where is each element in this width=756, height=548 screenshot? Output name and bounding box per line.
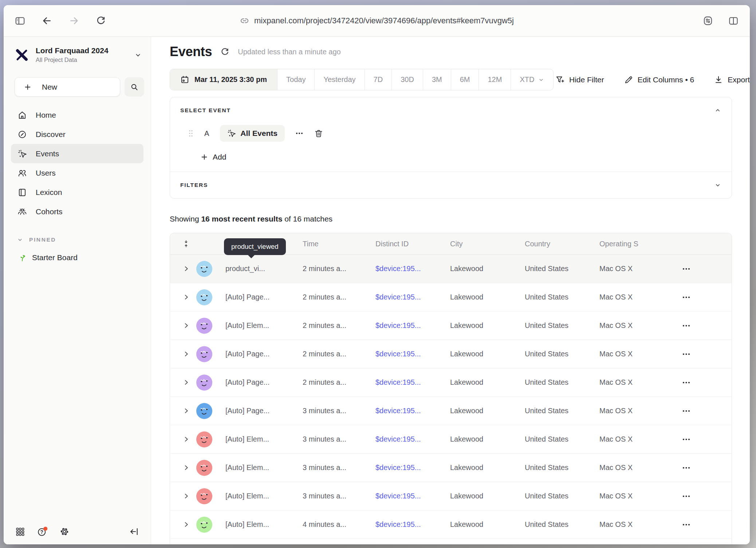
search-button[interactable] <box>125 77 144 97</box>
row-menu-button[interactable] <box>672 524 732 526</box>
apps-grid-button[interactable] <box>15 527 25 537</box>
distinct-id-link[interactable]: $device:195... <box>375 378 450 387</box>
sidebar-item-lexicon[interactable]: Lexicon <box>11 183 143 202</box>
range-30d[interactable]: 30D <box>391 69 423 90</box>
distinct-id-link[interactable]: $device:195... <box>375 350 450 358</box>
date-picker-button[interactable]: Mar 11, 2025 3:30 pm <box>170 69 277 90</box>
row-menu-button[interactable] <box>672 495 732 497</box>
event-more-button[interactable] <box>296 132 303 134</box>
event-selector-chip[interactable]: All Events <box>220 125 285 142</box>
help-button[interactable]: ? <box>37 526 48 537</box>
distinct-id-link[interactable]: $device:195... <box>375 321 450 330</box>
row-menu-button[interactable] <box>672 353 732 355</box>
distinct-id-link[interactable]: $device:195... <box>375 293 450 301</box>
page-header: Events Updated less than a minute ago <box>170 44 750 59</box>
row-menu-button[interactable] <box>672 410 732 412</box>
row-expander[interactable] <box>176 465 196 471</box>
table-row[interactable]: [Auto] Elem... 4 minutes a... $device:19… <box>170 539 732 544</box>
table-row[interactable]: product_vi... 2 minutes a... $device:195… <box>170 255 732 283</box>
row-expander[interactable] <box>176 351 196 357</box>
browser-sidebar-toggle-button[interactable] <box>15 15 25 26</box>
column-header-time[interactable]: Time <box>303 240 375 248</box>
distinct-id-link[interactable]: $device:195... <box>375 435 450 443</box>
browser-forward-button[interactable] <box>68 15 79 26</box>
column-header-distinct-id[interactable]: Distinct ID <box>375 240 450 248</box>
browser-toolbar: mixpanel.com/project/3472420/view/397469… <box>4 5 750 37</box>
range-today[interactable]: Today <box>277 69 314 90</box>
pinned-section-header[interactable]: PINNED <box>4 236 151 243</box>
browser-reload-button[interactable] <box>95 15 106 26</box>
column-header-city[interactable]: City <box>450 240 525 248</box>
row-menu-button[interactable] <box>672 296 732 298</box>
address-bar[interactable]: mixpanel.com/project/3472420/view/397469… <box>240 16 514 26</box>
column-header-country[interactable]: Country <box>525 240 599 248</box>
hide-filter-button[interactable]: Hide Filter <box>555 75 604 85</box>
drag-handle-icon[interactable] <box>188 129 193 137</box>
distinct-id-link[interactable]: $device:195... <box>375 407 450 415</box>
table-row[interactable]: [Auto] Page... 2 minutes a... $device:19… <box>170 283 732 312</box>
collapse-sidebar-button[interactable] <box>129 527 139 537</box>
table-row[interactable]: [Auto] Elem... 3 minutes a... $device:19… <box>170 482 732 510</box>
more-dots-icon <box>682 524 690 526</box>
table-row[interactable]: [Auto] Elem... 3 minutes a... $device:19… <box>170 454 732 482</box>
filters-section: FILTERS <box>170 172 732 198</box>
add-event-button[interactable]: Add <box>200 153 226 161</box>
row-expander[interactable] <box>176 521 196 528</box>
table-row[interactable]: [Auto] Elem... 3 minutes a... $device:19… <box>170 425 732 454</box>
help-icon: ? <box>37 526 48 537</box>
event-avatar <box>196 375 225 391</box>
export-button[interactable]: Export <box>714 75 750 85</box>
sidebar-item-events[interactable]: Events <box>11 144 143 163</box>
row-expander[interactable] <box>176 379 196 385</box>
browser-page-settings-button[interactable] <box>702 15 713 26</box>
row-expander[interactable] <box>176 436 196 442</box>
more-dots-icon <box>682 467 690 469</box>
row-expander[interactable] <box>176 408 196 414</box>
range-7d[interactable]: 7D <box>365 69 392 90</box>
sidebar-item-label: Discover <box>36 130 66 139</box>
sidebar-item-users[interactable]: Users <box>11 163 143 183</box>
table-row[interactable]: [Auto] Page... 2 minutes a... $device:19… <box>170 340 732 368</box>
new-button[interactable]: New <box>15 77 120 97</box>
range-6m[interactable]: 6M <box>451 69 479 90</box>
sidebar-item-home[interactable]: Home <box>11 105 143 125</box>
range-xtd[interactable]: XTD <box>511 69 553 90</box>
distinct-id-link[interactable]: $device:195... <box>375 463 450 472</box>
row-expander[interactable] <box>176 266 196 272</box>
expand-filters-button[interactable] <box>714 181 721 189</box>
row-menu-button[interactable] <box>672 438 732 441</box>
row-expander[interactable] <box>176 322 196 329</box>
row-menu-button[interactable] <box>672 268 732 270</box>
range-12m[interactable]: 12M <box>479 69 511 90</box>
row-menu-button[interactable] <box>672 325 732 327</box>
browser-back-button[interactable] <box>42 15 52 26</box>
delete-event-button[interactable] <box>314 129 323 138</box>
refresh-button[interactable] <box>220 47 230 57</box>
sidebar-item-starter-board[interactable]: Starter Board <box>4 253 151 262</box>
table-row[interactable]: [Auto] Page... 2 minutes a... $device:19… <box>170 368 732 397</box>
collapse-all-rows-button[interactable] <box>176 240 196 248</box>
row-expander[interactable] <box>176 294 196 300</box>
table-row[interactable]: [Auto] Page... 3 minutes a... $device:19… <box>170 397 732 425</box>
sidebar-item-discover[interactable]: Discover <box>11 125 143 144</box>
distinct-id-link[interactable]: $device:195... <box>375 265 450 273</box>
settings-button[interactable] <box>59 527 70 537</box>
range-3m[interactable]: 3M <box>423 69 451 90</box>
project-subtitle: All Project Data <box>36 56 109 63</box>
collapse-section-button[interactable] <box>714 107 721 114</box>
column-header-os[interactable]: Operating S <box>599 240 672 248</box>
event-avatar <box>196 261 225 277</box>
browser-split-view-button[interactable] <box>728 15 739 26</box>
table-row[interactable]: [Auto] Elem... 4 minutes a... $device:19… <box>170 510 732 539</box>
row-menu-button[interactable] <box>672 467 732 469</box>
distinct-id-link[interactable]: $device:195... <box>375 520 450 529</box>
project-switcher[interactable]: Lord Farquaad 2024 All Project Data <box>4 46 151 63</box>
table-row[interactable]: [Auto] Elem... 2 minutes a... $device:19… <box>170 312 732 340</box>
country-cell: United States <box>525 265 599 273</box>
row-expander[interactable] <box>176 493 196 499</box>
edit-columns-button[interactable]: Edit Columns • 6 <box>624 75 694 85</box>
distinct-id-link[interactable]: $device:195... <box>375 492 450 500</box>
row-menu-button[interactable] <box>672 381 732 384</box>
range-yesterday[interactable]: Yesterday <box>314 69 364 90</box>
sidebar-item-cohorts[interactable]: Cohorts <box>11 202 143 221</box>
